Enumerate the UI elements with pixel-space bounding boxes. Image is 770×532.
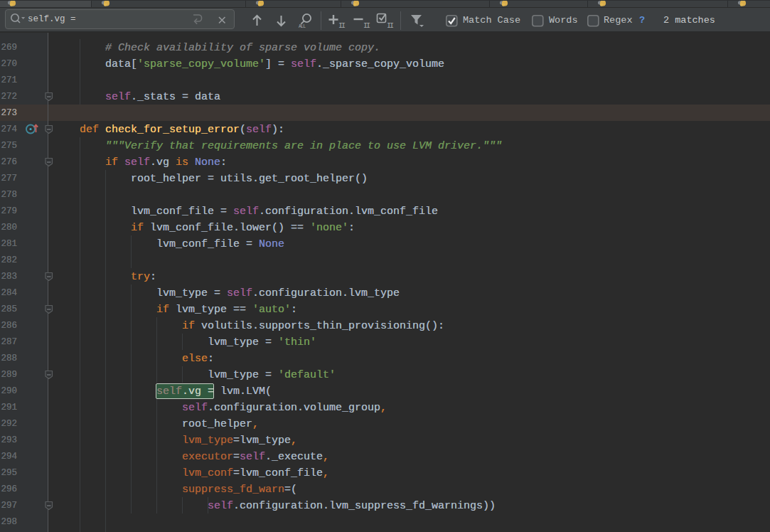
svg-text:II: II (363, 22, 370, 29)
svg-text:II: II (338, 22, 345, 29)
svg-text:ALL: ALL (299, 24, 306, 29)
svg-text:II: II (387, 22, 393, 29)
